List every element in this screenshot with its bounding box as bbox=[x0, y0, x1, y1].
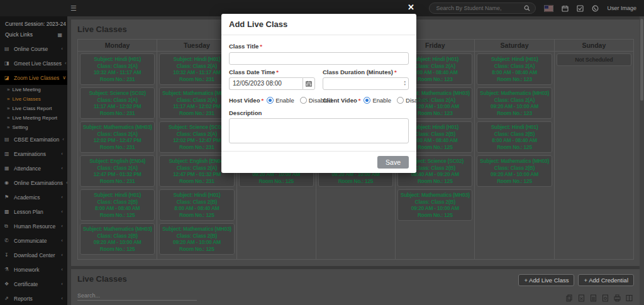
class-card[interactable]: Subject: Mathematics (MH03)Class: Class … bbox=[80, 223, 155, 255]
scrollbar-thumb[interactable] bbox=[640, 19, 643, 101]
host-video-enable-radio[interactable]: Enable bbox=[267, 97, 294, 104]
sidebar-item-academics[interactable]: ⚑Academics‹ bbox=[0, 190, 67, 204]
close-icon[interactable]: ✕ bbox=[408, 3, 414, 11]
chevron-left-icon: ‹ bbox=[65, 60, 67, 66]
student-search-input[interactable] bbox=[435, 4, 524, 12]
columns-export-icon[interactable] bbox=[626, 294, 633, 302]
sidebar-item-label: CBSE Examination bbox=[14, 136, 59, 143]
required-asterisk: * bbox=[358, 97, 361, 104]
sidebar-subitem-setting[interactable]: »Setting bbox=[0, 123, 67, 132]
radio-selected-icon[interactable] bbox=[267, 97, 274, 104]
scrollbar[interactable] bbox=[640, 16, 644, 305]
sidebar-item-zoom-live-classes[interactable]: ◪Zoom Live Classes∨ bbox=[0, 70, 67, 85]
book-icon: ▥ bbox=[4, 151, 11, 157]
quick-links-grid-icon[interactable]: ▦ bbox=[57, 32, 62, 38]
number-spinner[interactable]: ▴▾ bbox=[404, 80, 406, 86]
radio-unselected-icon[interactable] bbox=[300, 97, 307, 104]
class-card-line: Class: Class 2(A) bbox=[82, 165, 153, 172]
copy-export-icon[interactable] bbox=[566, 294, 573, 302]
bullet-icon: » bbox=[7, 96, 9, 102]
chevron-left-icon: ‹ bbox=[61, 165, 63, 171]
radio-selected-icon[interactable] bbox=[364, 97, 370, 104]
user-avatar[interactable]: User Image bbox=[607, 5, 636, 11]
add-live-class-button[interactable]: + Add Live Class bbox=[518, 274, 574, 286]
document-icon: ▤ bbox=[4, 136, 11, 142]
sidebar-item-online-examinations[interactable]: ◉Online Examinations‹ bbox=[0, 175, 67, 190]
chevron-left-icon: ‹ bbox=[61, 194, 63, 200]
print-export-icon[interactable] bbox=[614, 294, 621, 302]
sidebar-item-download-center[interactable]: ↧Download Center‹ bbox=[0, 248, 67, 262]
pdf-export-icon[interactable] bbox=[602, 294, 609, 302]
sidebar-item-attendance[interactable]: ▦Attendance‹ bbox=[0, 161, 67, 175]
sidebar-subitem-live-class-report[interactable]: »Live Class Report bbox=[0, 104, 67, 113]
tasks-icon[interactable] bbox=[577, 5, 584, 12]
search-icon[interactable] bbox=[524, 5, 530, 11]
class-card[interactable]: Subject: Mathematics (MH03)Class: Class … bbox=[159, 223, 234, 255]
class-title-input[interactable] bbox=[229, 52, 409, 65]
class-card-line: Room No.: 231 bbox=[82, 144, 153, 151]
certificate-icon: ❖ bbox=[4, 281, 11, 287]
whatsapp-icon[interactable] bbox=[592, 5, 599, 12]
sidebar-subitem-live-meeting[interactable]: »Live Meeting bbox=[0, 85, 67, 94]
language-flag-icon[interactable] bbox=[544, 5, 553, 12]
day-column-monday: Subject: Hindi (H01)Class: Class 2(A)10:… bbox=[78, 52, 157, 260]
class-card-line: Subject: Science (SC02) bbox=[82, 90, 153, 97]
class-card-line: Subject: Hindi (H01) bbox=[82, 56, 153, 63]
class-card[interactable]: Subject: English (EN04)Class: Class 2(A)… bbox=[80, 155, 155, 187]
sidebar-item-examinations[interactable]: ▥Examinations‹ bbox=[0, 147, 67, 161]
sidebar-item-lesson-plan[interactable]: ▩Lesson Plan‹ bbox=[0, 204, 67, 219]
menu-toggle-icon[interactable]: ☰ bbox=[70, 5, 77, 12]
save-button[interactable]: Save bbox=[377, 156, 409, 169]
calendar-icon[interactable] bbox=[562, 5, 569, 12]
class-card[interactable]: Subject: Mathematics (MH03)Class: Class … bbox=[477, 87, 552, 119]
add-credential-button[interactable]: + Add Credential bbox=[578, 274, 634, 286]
sidebar-item-online-course[interactable]: ▤Online Course‹ bbox=[0, 42, 67, 56]
class-card[interactable]: Subject: Science (SC02)Class: Class 2(A)… bbox=[80, 87, 155, 119]
client-video-enable-radio[interactable]: Enable bbox=[364, 97, 391, 104]
sidebar-item-human-resource[interactable]: ⧉Human Resource‹ bbox=[0, 219, 67, 233]
class-card-line: 09:20 AM - 10:00 AM bbox=[161, 239, 232, 246]
class-date-time-input[interactable] bbox=[229, 77, 303, 90]
sidebar-item-homework[interactable]: ⚗Homework‹ bbox=[0, 262, 67, 277]
quick-links[interactable]: Quick Links ▦ bbox=[0, 28, 67, 42]
client-video-label: Client Video* bbox=[323, 97, 360, 104]
class-card-line: Subject: Hindi (H01) bbox=[479, 124, 550, 131]
sidebar-item-gmeet-live-classes[interactable]: ◨Gmeet Live Classes‹ bbox=[0, 56, 67, 70]
class-card-line: Subject: English (EN04) bbox=[82, 158, 153, 165]
day-header-sunday: Sunday bbox=[554, 40, 633, 52]
sidebar-item-cbse-examination[interactable]: ▤CBSE Examination‹ bbox=[0, 132, 67, 147]
sidebar-item-reports[interactable]: ⇗Reports‹ bbox=[0, 291, 67, 305]
sidebar-subitem-live-meeting-report[interactable]: »Live Meeting Report bbox=[0, 113, 67, 123]
datepicker-calendar-icon[interactable] bbox=[303, 77, 315, 90]
class-card-line: 09:20 AM - 10:00 AM bbox=[479, 171, 550, 178]
class-card[interactable]: Subject: Hindi (H01)Class: Class 2(A)8:0… bbox=[477, 53, 552, 85]
class-card[interactable]: Subject: Hindi (H01)Class: Class 2(B)8:0… bbox=[159, 189, 234, 221]
class-card[interactable]: Subject: Mathematics (MH03)Class: Class … bbox=[477, 155, 552, 187]
class-card[interactable]: Subject: Hindi (H01)Class: Class 2(A)10:… bbox=[80, 53, 155, 85]
sidebar-item-certificate[interactable]: ❖Certificate‹ bbox=[0, 277, 67, 291]
class-card[interactable]: Subject: Hindi (H01)Class: Class 2(B)8:0… bbox=[477, 121, 552, 153]
client-video-disabled-radio[interactable]: Disabled bbox=[397, 97, 429, 104]
class-card-line: 8:00 AM - 08:40 AM bbox=[161, 205, 232, 212]
class-card-line: Class: Class 2(A) bbox=[479, 63, 550, 70]
sidebar: Current Session: 2023-24 Quick Links ▦ ▤… bbox=[0, 16, 67, 305]
description-textarea[interactable] bbox=[229, 118, 409, 143]
sidebar-item-label: Certificate bbox=[14, 281, 38, 287]
radio-unselected-icon[interactable] bbox=[397, 97, 404, 104]
excel-export-icon[interactable] bbox=[578, 294, 585, 302]
sidebar-subitem-live-classes[interactable]: »Live Classes bbox=[0, 94, 67, 104]
sidebar-item-communicate[interactable]: ✆Communicate‹ bbox=[0, 233, 67, 248]
class-card-line: Class: Class 2(A) bbox=[479, 97, 550, 104]
dialog-title: Add Live Class bbox=[221, 14, 416, 35]
class-duration-input[interactable] bbox=[323, 77, 409, 90]
chevron-left-icon: ‹ bbox=[61, 238, 63, 243]
class-card[interactable]: Subject: Mathematics (MH03)Class: Class … bbox=[397, 189, 472, 221]
csv-export-icon[interactable] bbox=[590, 294, 597, 302]
chevron-left-icon: ‹ bbox=[61, 46, 63, 52]
table-search-input[interactable] bbox=[77, 291, 197, 301]
class-card[interactable]: Subject: Hindi (H01)Class: Class 2(B)8:0… bbox=[80, 189, 155, 221]
class-card[interactable]: Subject: Mathematics (MH03)Class: Class … bbox=[80, 121, 155, 153]
bullet-icon: » bbox=[7, 106, 9, 111]
class-card-line: 8:00 AM - 08:40 AM bbox=[82, 205, 153, 212]
chevron-left-icon: ‹ bbox=[62, 136, 64, 142]
